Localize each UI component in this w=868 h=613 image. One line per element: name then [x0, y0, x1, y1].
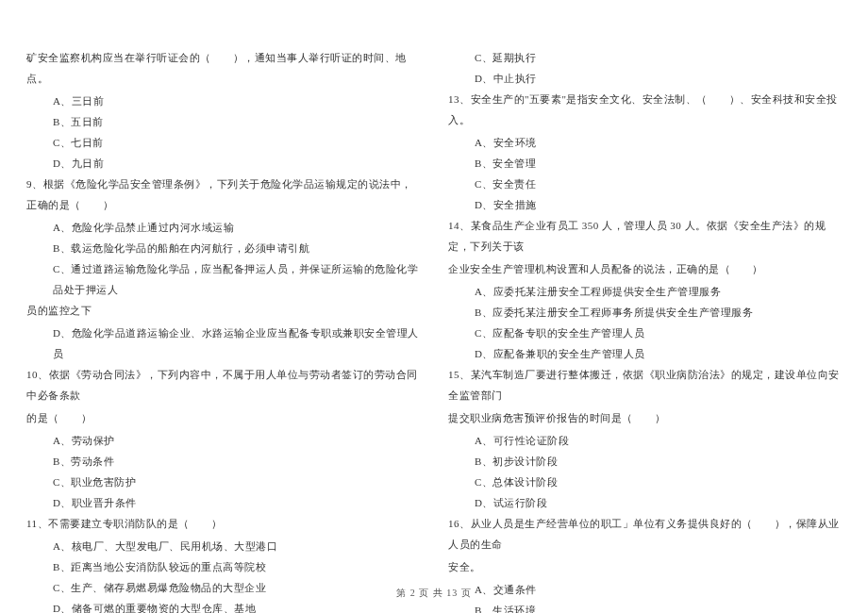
- q15-stem-line2: 提交职业病危害预评价报告的时间是（ ）: [448, 407, 842, 428]
- q14-stem-line2: 企业安全生产管理机构设置和人员配备的说法，正确的是（ ）: [448, 258, 842, 279]
- q14-opt-d: D、应配备兼职的安全生产管理人员: [448, 343, 842, 364]
- q10-opt-c: C、职业危害防护: [26, 472, 420, 492]
- q8-opt-c: C、七日前: [26, 132, 420, 153]
- q10-stem: 10、依据《劳动合同法》，下列内容中，不属于用人单位与劳动者签订的劳动合同中必备…: [26, 364, 420, 406]
- q16-opt-b: B、生活环境: [448, 600, 842, 613]
- q9-opt-b: B、载运危险化学品的船舶在内河航行，必须申请引航: [26, 238, 420, 258]
- q9-opt-c: C、通过道路运输危险化学品，应当配备押运人员，并保证所运输的危险化学品处于押运人: [26, 258, 420, 300]
- q11-stem: 11、不需要建立专职消防队的是（ ）: [26, 513, 420, 534]
- page-body: 矿安全监察机构应当在举行听证会的（ ），通知当事人举行听证的时间、地点。 A、三…: [0, 0, 868, 613]
- q14-opt-b: B、应委托某注册安全工程师事务所提供安全生产管理服务: [448, 302, 842, 323]
- q10-opt-b: B、劳动条件: [26, 451, 420, 472]
- q15-opt-a: A、可行性论证阶段: [448, 430, 842, 451]
- q13-opt-a: A、安全环境: [448, 132, 842, 153]
- q16-stem-line2: 安全。: [448, 556, 842, 577]
- q15-stem-line1: 15、某汽车制造厂要进行整体搬迁，依据《职业病防治法》的规定，建设单位向安全监管…: [448, 364, 842, 406]
- q8-opt-a: A、三日前: [26, 91, 420, 111]
- q11-opt-d: D、储备可燃的重要物资的大型仓库、基地: [26, 598, 420, 613]
- q15-opt-c: C、总体设计阶段: [448, 472, 842, 492]
- q13-opt-b: B、安全管理: [448, 153, 842, 174]
- q11-opt-b: B、距离当地公安消防队较远的重点高等院校: [26, 556, 420, 577]
- q9-opt-c-tail: 员的监控之下: [26, 300, 420, 321]
- q12-opt-d: D、中止执行: [448, 68, 842, 89]
- q12-opt-c: C、延期执行: [448, 47, 842, 68]
- q8-opt-b: B、五日前: [26, 111, 420, 132]
- q16-stem-line1: 16、从业人员是生产经营单位的职工」单位有义务提供良好的（ ），保障从业人员的生…: [448, 513, 842, 555]
- q10-stem-tail: 的是（ ）: [26, 407, 420, 428]
- left-column: 矿安全监察机构应当在举行听证会的（ ），通知当事人举行听证的时间、地点。 A、三…: [26, 47, 420, 613]
- q14-opt-a: A、应委托某注册安全工程师提供安全生产管理服务: [448, 281, 842, 302]
- page-footer: 第 2 页 共 13 页: [0, 587, 868, 600]
- q13-stem: 13、安全生产的"五要素"是指安全文化、安全法制、（ ）、安全科技和安全投入。: [448, 89, 842, 130]
- q8-stem-tail: 矿安全监察机构应当在举行听证会的（ ），通知当事人举行听证的时间、地点。: [26, 47, 420, 89]
- q9-opt-d: D、危险化学品道路运输企业、水路运输企业应当配备专职或兼职安全管理人员: [26, 323, 420, 364]
- q9-stem: 9、根据《危险化学品安全管理条例》，下列关于危险化学品运输规定的说法中，正确的是…: [26, 174, 420, 215]
- q10-opt-d: D、职业晋升条件: [26, 492, 420, 513]
- q15-opt-b: B、初步设计阶段: [448, 451, 842, 472]
- q13-opt-d: D、安全措施: [448, 194, 842, 215]
- q11-opt-a: A、核电厂、大型发电厂、民用机场、大型港口: [26, 536, 420, 556]
- q8-opt-d: D、九日前: [26, 153, 420, 174]
- q13-opt-c: C、安全责任: [448, 174, 842, 194]
- q10-opt-a: A、劳动保护: [26, 430, 420, 451]
- q14-stem-line1: 14、某食品生产企业有员工 350 人，管理人员 30 人。依据《安全生产法》的…: [448, 215, 842, 257]
- right-column: C、延期执行 D、中止执行 13、安全生产的"五要素"是指安全文化、安全法制、（…: [448, 47, 842, 613]
- q14-opt-c: C、应配备专职的安全生产管理人员: [448, 323, 842, 343]
- q15-opt-d: D、试运行阶段: [448, 492, 842, 513]
- q9-opt-a: A、危险化学品禁止通过内河水域运输: [26, 217, 420, 238]
